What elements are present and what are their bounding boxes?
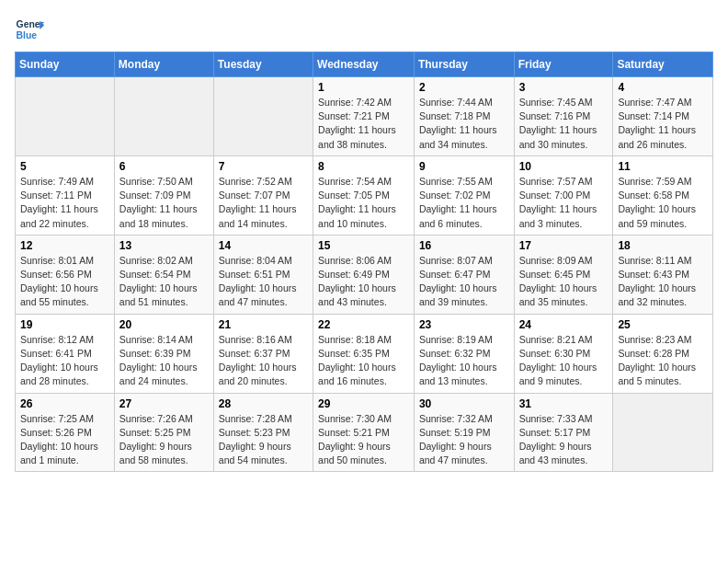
calendar-week-row: 12Sunrise: 8:01 AM Sunset: 6:56 PM Dayli… [16,235,713,314]
day-info: Sunrise: 8:18 AM Sunset: 6:35 PM Dayligh… [318,333,409,389]
day-info: Sunrise: 8:07 AM Sunset: 6:47 PM Dayligh… [419,254,509,310]
day-info: Sunrise: 8:23 AM Sunset: 6:28 PM Dayligh… [618,333,708,389]
day-number: 2 [419,81,509,94]
day-info: Sunrise: 8:04 AM Sunset: 6:51 PM Dayligh… [219,254,308,310]
day-info: Sunrise: 7:42 AM Sunset: 7:21 PM Dayligh… [318,96,409,152]
day-number: 18 [618,239,708,252]
day-info: Sunrise: 8:01 AM Sunset: 6:56 PM Dayligh… [20,254,109,310]
day-info: Sunrise: 7:32 AM Sunset: 5:19 PM Dayligh… [419,412,509,468]
weekday-header: Thursday [414,52,514,77]
day-number: 28 [219,397,308,410]
calendar-cell: 4Sunrise: 7:47 AM Sunset: 7:14 PM Daylig… [613,77,713,156]
calendar-cell: 21Sunrise: 8:16 AM Sunset: 6:37 PM Dayli… [213,314,313,393]
day-info: Sunrise: 7:59 AM Sunset: 6:58 PM Dayligh… [618,175,708,231]
calendar-cell: 20Sunrise: 8:14 AM Sunset: 6:39 PM Dayli… [114,314,213,393]
calendar-cell: 8Sunrise: 7:54 AM Sunset: 7:05 PM Daylig… [313,155,415,235]
day-number: 11 [618,160,708,173]
day-number: 19 [20,318,109,331]
calendar-cell: 14Sunrise: 8:04 AM Sunset: 6:51 PM Dayli… [213,235,313,314]
calendar-cell [114,77,213,156]
weekday-header: Monday [114,52,213,77]
day-number: 3 [519,81,609,94]
logo-icon: General Blue [15,15,44,44]
calendar-cell: 19Sunrise: 8:12 AM Sunset: 6:41 PM Dayli… [16,314,115,393]
calendar-week-row: 19Sunrise: 8:12 AM Sunset: 6:41 PM Dayli… [16,314,713,393]
day-number: 10 [519,160,609,173]
calendar-cell: 13Sunrise: 8:02 AM Sunset: 6:54 PM Dayli… [114,235,213,314]
day-number: 13 [119,239,209,252]
day-info: Sunrise: 8:14 AM Sunset: 6:39 PM Dayligh… [119,333,209,389]
calendar-cell: 15Sunrise: 8:06 AM Sunset: 6:49 PM Dayli… [313,235,415,314]
day-number: 25 [618,318,708,331]
day-number: 26 [20,397,109,410]
day-number: 31 [519,397,609,410]
weekday-header: Wednesday [313,52,415,77]
calendar-cell: 23Sunrise: 8:19 AM Sunset: 6:32 PM Dayli… [414,314,514,393]
calendar-week-row: 1Sunrise: 7:42 AM Sunset: 7:21 PM Daylig… [16,77,713,156]
day-number: 20 [119,318,209,331]
day-info: Sunrise: 7:47 AM Sunset: 7:14 PM Dayligh… [618,96,708,152]
day-info: Sunrise: 7:30 AM Sunset: 5:21 PM Dayligh… [318,412,409,468]
day-info: Sunrise: 7:33 AM Sunset: 5:17 PM Dayligh… [519,412,609,468]
day-number: 27 [119,397,209,410]
day-number: 23 [419,318,509,331]
calendar-cell: 3Sunrise: 7:45 AM Sunset: 7:16 PM Daylig… [514,77,613,156]
calendar-cell: 29Sunrise: 7:30 AM Sunset: 5:21 PM Dayli… [313,393,415,472]
day-info: Sunrise: 7:49 AM Sunset: 7:11 PM Dayligh… [20,175,109,231]
day-number: 24 [519,318,609,331]
day-info: Sunrise: 7:25 AM Sunset: 5:26 PM Dayligh… [20,412,109,468]
day-info: Sunrise: 8:11 AM Sunset: 6:43 PM Dayligh… [618,254,708,310]
day-number: 8 [318,160,409,173]
logo: General Blue [15,15,44,44]
day-info: Sunrise: 7:55 AM Sunset: 7:02 PM Dayligh… [419,175,509,231]
calendar-table: SundayMondayTuesdayWednesdayThursdayFrid… [15,52,713,472]
calendar-week-row: 26Sunrise: 7:25 AM Sunset: 5:26 PM Dayli… [16,393,713,472]
weekday-header-row: SundayMondayTuesdayWednesdayThursdayFrid… [16,52,713,77]
weekday-header: Saturday [613,52,713,77]
svg-text:Blue: Blue [17,30,38,40]
calendar-cell: 6Sunrise: 7:50 AM Sunset: 7:09 PM Daylig… [114,155,213,235]
day-number: 6 [119,160,209,173]
calendar-cell: 12Sunrise: 8:01 AM Sunset: 6:56 PM Dayli… [16,235,115,314]
calendar-cell: 30Sunrise: 7:32 AM Sunset: 5:19 PM Dayli… [414,393,514,472]
calendar-cell: 5Sunrise: 7:49 AM Sunset: 7:11 PM Daylig… [16,155,115,235]
calendar-cell [613,393,713,472]
day-info: Sunrise: 8:21 AM Sunset: 6:30 PM Dayligh… [519,333,609,389]
calendar-cell [213,77,313,156]
day-info: Sunrise: 8:02 AM Sunset: 6:54 PM Dayligh… [119,254,209,310]
calendar-cell: 7Sunrise: 7:52 AM Sunset: 7:07 PM Daylig… [213,155,313,235]
day-info: Sunrise: 7:52 AM Sunset: 7:07 PM Dayligh… [219,175,308,231]
day-number: 5 [20,160,109,173]
day-info: Sunrise: 7:44 AM Sunset: 7:18 PM Dayligh… [419,96,509,152]
day-number: 21 [219,318,308,331]
calendar-cell: 26Sunrise: 7:25 AM Sunset: 5:26 PM Dayli… [16,393,115,472]
day-info: Sunrise: 7:54 AM Sunset: 7:05 PM Dayligh… [318,175,409,231]
calendar-cell: 24Sunrise: 8:21 AM Sunset: 6:30 PM Dayli… [514,314,613,393]
day-number: 12 [20,239,109,252]
day-info: Sunrise: 7:28 AM Sunset: 5:23 PM Dayligh… [219,412,308,468]
day-number: 16 [419,239,509,252]
day-info: Sunrise: 7:26 AM Sunset: 5:25 PM Dayligh… [119,412,209,468]
day-info: Sunrise: 8:12 AM Sunset: 6:41 PM Dayligh… [20,333,109,389]
calendar-cell: 27Sunrise: 7:26 AM Sunset: 5:25 PM Dayli… [114,393,213,472]
calendar-cell: 2Sunrise: 7:44 AM Sunset: 7:18 PM Daylig… [414,77,514,156]
weekday-header: Friday [514,52,613,77]
day-info: Sunrise: 7:50 AM Sunset: 7:09 PM Dayligh… [119,175,209,231]
calendar-cell: 31Sunrise: 7:33 AM Sunset: 5:17 PM Dayli… [514,393,613,472]
day-number: 30 [419,397,509,410]
day-number: 14 [219,239,308,252]
calendar-cell: 16Sunrise: 8:07 AM Sunset: 6:47 PM Dayli… [414,235,514,314]
calendar-cell [16,77,115,156]
page-header: General Blue [15,15,713,44]
weekday-header: Sunday [16,52,115,77]
day-number: 7 [219,160,308,173]
weekday-header: Tuesday [213,52,313,77]
calendar-cell: 1Sunrise: 7:42 AM Sunset: 7:21 PM Daylig… [313,77,415,156]
day-info: Sunrise: 8:09 AM Sunset: 6:45 PM Dayligh… [519,254,609,310]
calendar-week-row: 5Sunrise: 7:49 AM Sunset: 7:11 PM Daylig… [16,155,713,235]
day-number: 4 [618,81,708,94]
day-info: Sunrise: 8:16 AM Sunset: 6:37 PM Dayligh… [219,333,308,389]
day-info: Sunrise: 7:57 AM Sunset: 7:00 PM Dayligh… [519,175,609,231]
calendar-cell: 18Sunrise: 8:11 AM Sunset: 6:43 PM Dayli… [613,235,713,314]
day-number: 17 [519,239,609,252]
